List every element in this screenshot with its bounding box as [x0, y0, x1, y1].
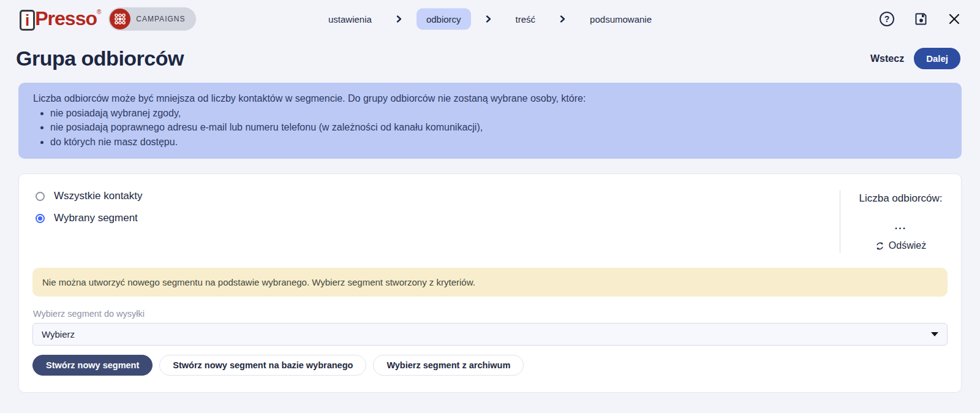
- top-bar: i Presso ® CAMPAIGNS ustawienia odbiorcy…: [0, 0, 980, 38]
- chevron-right-icon: [560, 15, 565, 23]
- breadcrumb-step-odbiorcy[interactable]: odbiorcy: [417, 9, 471, 30]
- breadcrumb-step-podsumowanie[interactable]: podsumowanie: [580, 9, 662, 30]
- info-box-item: nie posiadają wybranej zgody,: [50, 107, 947, 120]
- recipient-count-panel: Liczba odbiorców: ... Odśwież: [840, 190, 961, 253]
- info-box: Liczba odbiorców może być mniejsza od li…: [18, 83, 962, 159]
- info-box-intro: Liczba odbiorców może być mniejsza od li…: [33, 92, 947, 105]
- segment-actions: Stwórz nowy segment Stwórz nowy segment …: [32, 355, 948, 376]
- refresh-label: Odśwież: [889, 240, 926, 251]
- ipresso-logo: i Presso ®: [20, 7, 101, 31]
- audience-card: Wszystkie kontakty Wybrany segment Liczb…: [18, 173, 962, 393]
- campaigns-badge-label: CAMPAIGNS: [136, 15, 185, 23]
- warning-box: Nie można utworzyć nowego segmentu na po…: [32, 268, 948, 297]
- save-icon[interactable]: [914, 12, 929, 26]
- logo-wordmark: Presso: [35, 7, 97, 30]
- close-icon[interactable]: [948, 13, 960, 25]
- radio-unselected-icon: [36, 192, 45, 201]
- recipient-count-value: ...: [840, 221, 961, 232]
- info-box-list: nie posiadają wybranej zgody, nie posiad…: [50, 107, 947, 149]
- info-box-item: do których nie masz dostępu.: [50, 135, 947, 149]
- back-button[interactable]: Wstecz: [870, 53, 904, 64]
- registered-mark: ®: [97, 9, 101, 15]
- info-box-item: nie posiadają poprawnego adresu e-mail l…: [50, 121, 947, 134]
- create-segment-from-selected-button[interactable]: Stwórz nowy segment na bazie wybranego: [159, 355, 366, 376]
- next-button[interactable]: Dalej: [914, 48, 960, 69]
- caret-down-icon: [931, 332, 938, 336]
- breadcrumb-step-tresc[interactable]: treść: [506, 9, 546, 30]
- audience-source-radios: Wszystkie kontakty Wybrany segment: [19, 190, 143, 253]
- help-icon[interactable]: ?: [880, 12, 894, 26]
- campaigns-dots-icon: [110, 9, 130, 29]
- radio-selected-segment[interactable]: Wybrany segment: [36, 212, 143, 224]
- chevron-right-icon: [396, 15, 402, 23]
- radio-selected-icon: [36, 214, 45, 223]
- chevron-right-icon: [486, 15, 491, 23]
- segment-from-archive-button[interactable]: Wybierz segment z archiwum: [373, 355, 524, 376]
- recipient-count-title: Liczba odbiorców:: [840, 192, 961, 205]
- logo-i-mark: i: [20, 10, 35, 31]
- page-title: Grupa odbiorców: [16, 47, 184, 70]
- breadcrumb-step-ustawienia[interactable]: ustawienia: [318, 9, 382, 30]
- refresh-icon: [875, 241, 884, 251]
- segment-select-value: Wybierz: [42, 329, 75, 339]
- create-segment-button[interactable]: Stwórz nowy segment: [32, 355, 153, 376]
- segment-select[interactable]: Wybierz: [32, 323, 948, 346]
- wizard-breadcrumb: ustawienia odbiorcy treść podsumowanie: [318, 9, 662, 30]
- radio-all-contacts[interactable]: Wszystkie kontakty: [36, 190, 143, 202]
- segment-select-label: Wybierz segment do wysyłki: [33, 309, 948, 319]
- campaigns-badge: CAMPAIGNS: [108, 7, 196, 31]
- refresh-button[interactable]: Odśwież: [875, 240, 926, 251]
